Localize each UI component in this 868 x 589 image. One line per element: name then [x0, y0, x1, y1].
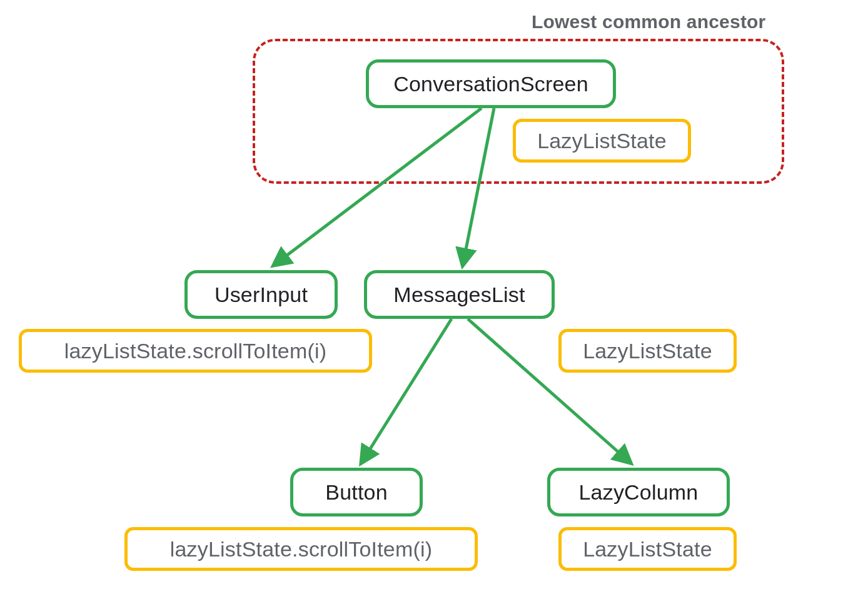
node-conversation-screen: ConversationScreen	[366, 59, 616, 108]
node-lazy-column: LazyColumn	[547, 468, 730, 516]
node-label: ConversationScreen	[393, 72, 588, 96]
annotation-label: LazyListState	[583, 537, 712, 561]
annotation-label: LazyListState	[537, 129, 667, 153]
node-label: MessagesList	[393, 283, 525, 307]
node-label: UserInput	[214, 283, 308, 307]
annotation-label: lazyListState.scrollToItem(i)	[64, 339, 327, 363]
annotation-label: LazyListState	[583, 339, 712, 363]
diagram-canvas: Lowest common ancestor ConversationScree…	[0, 0, 868, 589]
node-button: Button	[290, 468, 423, 516]
annotation-button-scroll: lazyListState.scrollToItem(i)	[124, 527, 478, 571]
annotation-user-input-scroll: lazyListState.scrollToItem(i)	[19, 329, 372, 373]
node-user-input: UserInput	[184, 270, 338, 319]
annotation-label: lazyListState.scrollToItem(i)	[170, 537, 433, 561]
node-label: Button	[325, 480, 388, 505]
edge-messageslist-to-button	[361, 319, 452, 463]
lowest-common-ancestor-label: Lowest common ancestor	[532, 11, 765, 33]
node-messages-list: MessagesList	[364, 270, 555, 319]
annotation-lazyliststate-top: LazyListState	[513, 119, 691, 163]
annotation-lazyliststate-bot: LazyListState	[558, 527, 737, 571]
node-label: LazyColumn	[579, 480, 699, 505]
annotation-lazyliststate-mid: LazyListState	[558, 329, 737, 373]
